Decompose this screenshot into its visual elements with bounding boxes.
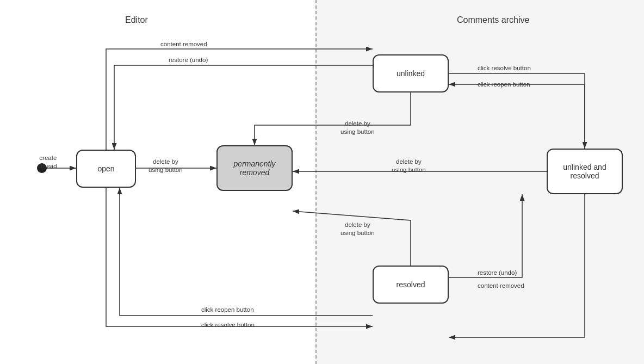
label-delete-resolved: delete byusing button	[340, 221, 375, 237]
state-unlinked: unlinked	[373, 54, 449, 92]
state-resolved: resolved	[373, 266, 449, 304]
label-restore-undo-bottom: restore (undo)	[478, 269, 517, 277]
state-permanently-removed: permanentlyremoved	[216, 145, 293, 191]
section-divider	[315, 0, 317, 364]
label-delete-right: delete byusing button	[392, 158, 426, 174]
state-unlinked-and-resolved: unlinked andresolved	[547, 149, 623, 194]
state-open: open	[76, 150, 136, 188]
label-content-removed-top: content removed	[160, 40, 207, 48]
label-click-resolve-top: click resolve button	[478, 64, 531, 72]
label-delete-open: delete byusing button	[148, 158, 183, 174]
label-click-resolve-bottom: click resolve button	[201, 321, 255, 329]
label-restore-undo-top: restore (undo)	[169, 56, 208, 64]
label-create-thread: createthread	[39, 154, 57, 170]
archive-label: Comments archive	[457, 15, 529, 25]
label-click-reopen-bottom: click reopen button	[201, 306, 254, 314]
state-diagram: Editor Comments archive open permanently…	[0, 0, 644, 364]
label-click-reopen-top: click reopen button	[478, 81, 530, 89]
editor-label: Editor	[125, 15, 148, 25]
label-delete-unlinked-down: delete byusing button	[340, 120, 375, 136]
label-content-removed-bottom: content removed	[478, 282, 524, 290]
